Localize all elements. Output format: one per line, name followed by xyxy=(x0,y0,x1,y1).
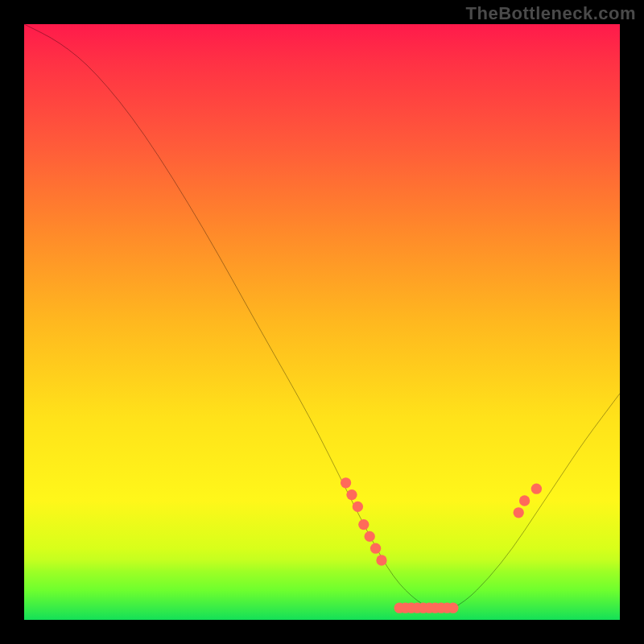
marker-dot xyxy=(448,603,458,613)
marker-dot xyxy=(376,555,386,565)
highlighted-points xyxy=(341,477,542,613)
marker-dot xyxy=(370,543,381,554)
plot-area xyxy=(24,24,620,620)
marker-dot xyxy=(341,477,351,488)
marker-dot xyxy=(358,519,369,530)
marker-dot xyxy=(353,502,363,512)
chart-frame: TheBottleneck.com xyxy=(0,0,644,644)
marker-dot xyxy=(365,531,375,542)
watermark-text: TheBottleneck.com xyxy=(466,3,636,24)
marker-dot xyxy=(514,507,524,518)
marker-dot xyxy=(519,495,530,506)
marker-dot xyxy=(346,489,357,500)
bottleneck-curve xyxy=(24,24,620,611)
marker-dot xyxy=(531,484,542,494)
curve-svg xyxy=(24,24,620,620)
